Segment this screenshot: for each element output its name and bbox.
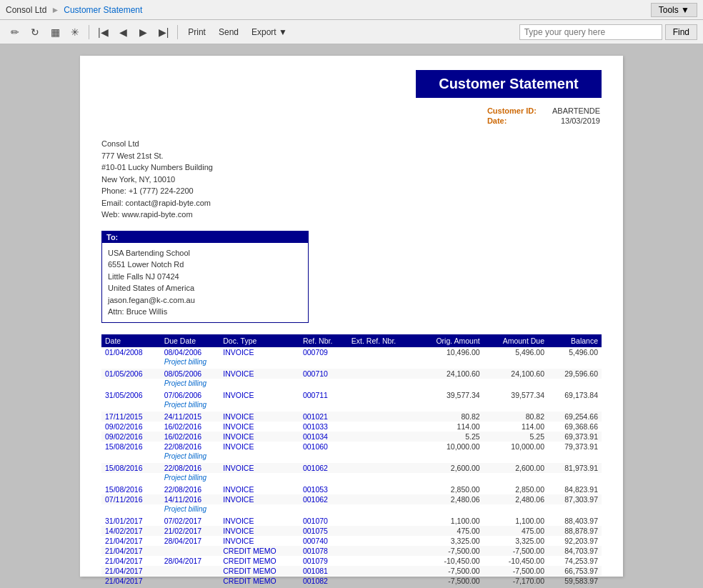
cell-amount-due: 2,480.06 (484, 494, 548, 504)
cell-due-date: 22/08/2016 (161, 442, 220, 452)
cell-date: 09/02/2016 (101, 422, 161, 432)
cell-doc-type: INVOICE (219, 442, 299, 452)
cell-ref: 001062 (299, 494, 348, 504)
cell-date: 21/04/2017 (101, 546, 161, 556)
cell-doc-type: CREDIT MEMO (219, 576, 299, 586)
cell-ext-ref (348, 432, 417, 442)
to-line-5: jason.fegan@k-c.com.au (108, 294, 302, 307)
cell-ext-ref (348, 422, 417, 432)
cell-orig-amount: 1,100.00 (417, 516, 484, 526)
cell-amount-due: 3,325.00 (484, 536, 548, 546)
last-page-button[interactable]: ▶| (154, 23, 174, 41)
table-body: 01/04/2008 08/04/2006 INVOICE 000709 10,… (101, 347, 602, 586)
cell-amount-due: 5.25 (484, 432, 548, 442)
cell-doc-type: INVOICE (219, 432, 299, 442)
table-row: 15/08/2016 22/08/2016 INVOICE 001060 10,… (101, 442, 602, 452)
cell-amount-due: 24,100.60 (484, 369, 548, 379)
cell-ref: 001033 (299, 422, 348, 432)
cell-sub-text: Project billing (161, 357, 602, 369)
cell-doc-type: INVOICE (219, 369, 299, 379)
customer-id-label: Customer ID: (487, 106, 551, 115)
cell-doc-type: INVOICE (219, 412, 299, 422)
cell-due-date: 24/11/2015 (161, 412, 220, 422)
print-button[interactable]: Print (182, 24, 211, 40)
breadcrumb-separator: ► (51, 5, 59, 15)
cell-orig-amount: 80.82 (417, 412, 484, 422)
cell-date: 21/04/2017 (101, 576, 161, 586)
cell-due-date: 07/02/2017 (161, 516, 220, 526)
cell-due-date: 28/04/2017 (161, 556, 220, 566)
cell-ref: 001081 (299, 566, 348, 576)
cell-ext-ref (348, 516, 417, 526)
col-due-date: Due Date (161, 334, 220, 347)
cell-doc-type: INVOICE (219, 536, 299, 546)
address-line-2: 777 West 21st St. (101, 150, 602, 162)
cell-ref: 000740 (299, 536, 348, 546)
cell-due-date: 07/06/2006 (161, 390, 220, 400)
cell-doc-type: CREDIT MEMO (219, 566, 299, 576)
table-row: 21/04/2017 CREDIT MEMO 001081 -7,500.00 … (101, 566, 602, 576)
cell-doc-type: CREDIT MEMO (219, 556, 299, 566)
cell-balance: 5,496.00 (548, 347, 602, 357)
cell-amount-due: 39,577.34 (484, 390, 548, 400)
send-button[interactable]: Send (213, 24, 244, 40)
cell-ext-ref (348, 576, 417, 586)
breadcrumb-link[interactable]: Customer Statement (64, 5, 142, 15)
cell-due-date (161, 576, 220, 586)
cell-ext-ref (348, 566, 417, 576)
cell-date: 31/01/2017 (101, 516, 161, 526)
cell-due-date: 16/02/2016 (161, 432, 220, 442)
cell-due-date (161, 546, 220, 556)
prev-page-button[interactable]: ◀ (114, 23, 133, 41)
cell-doc-type: INVOICE (219, 526, 299, 536)
cell-sub (101, 357, 161, 369)
cell-due-date: 21/02/2017 (161, 526, 220, 536)
cell-amount-due: 2,600.00 (484, 463, 548, 473)
refresh-button[interactable]: ↻ (26, 23, 44, 41)
next-page-button[interactable]: ▶ (134, 23, 153, 41)
cell-balance: 84,823.91 (548, 484, 602, 494)
table-row: 21/04/2017 28/04/2017 CREDIT MEMO 001079… (101, 556, 602, 566)
cell-date: 07/11/2016 (101, 494, 161, 504)
search-input[interactable] (519, 24, 662, 40)
cell-orig-amount: 2,850.00 (417, 484, 484, 494)
meta-table: Customer ID: ABARTENDE Date: 13/03/2019 (486, 105, 602, 126)
cell-orig-amount: 5.25 (417, 432, 484, 442)
topbar: Consol Ltd ► Customer Statement Tools ▼ (0, 0, 703, 20)
toolbar-separator-2 (177, 25, 178, 39)
cell-date: 14/02/2017 (101, 526, 161, 536)
export-button[interactable]: Export ▼ (246, 24, 293, 40)
settings-button[interactable]: ✳ (66, 23, 84, 41)
cell-ext-ref (348, 442, 417, 452)
table-header: Date Due Date Doc. Type Ref. Nbr. Ext. R… (101, 334, 602, 347)
first-page-button[interactable]: |◀ (94, 23, 113, 41)
cell-balance: 81,973.91 (548, 463, 602, 473)
edit-button[interactable]: ✏ (6, 23, 24, 41)
cell-sub-text: Project billing (161, 452, 602, 463)
cell-orig-amount: -7,500.00 (417, 576, 484, 586)
cell-doc-type: INVOICE (219, 516, 299, 526)
cell-due-date: 08/05/2006 (161, 369, 220, 379)
cell-balance: 88,878.97 (548, 526, 602, 536)
table-row-sub: Project billing (101, 400, 602, 412)
table-row: 14/02/2017 21/02/2017 INVOICE 001075 475… (101, 526, 602, 536)
cell-ref: 001082 (299, 576, 348, 586)
cell-ref: 001070 (299, 516, 348, 526)
find-button[interactable]: Find (665, 24, 697, 40)
cell-balance: 69,368.66 (548, 422, 602, 432)
cell-doc-type: INVOICE (219, 422, 299, 432)
toolbar: ✏ ↻ ▦ ✳ |◀ ◀ ▶ ▶| Print Send Export ▼ Fi… (0, 20, 703, 44)
image-button[interactable]: ▦ (46, 23, 64, 41)
address-line-6: Email: contact@rapid-byte.com (101, 197, 602, 209)
company-name[interactable]: Consol Ltd (6, 5, 46, 15)
cell-ext-ref (348, 536, 417, 546)
table-row: 31/05/2006 07/06/2006 INVOICE 000711 39,… (101, 390, 602, 400)
cell-ref: 001053 (299, 484, 348, 494)
cell-date: 21/04/2017 (101, 556, 161, 566)
cell-balance: 69,254.66 (548, 412, 602, 422)
table-row: 09/02/2016 16/02/2016 INVOICE 001034 5.2… (101, 432, 602, 442)
tools-button[interactable]: Tools ▼ (651, 3, 697, 17)
cell-balance: 92,203.97 (548, 536, 602, 546)
cell-amount-due: 2,850.00 (484, 484, 548, 494)
address-line-7: Web: www.rapid-byte.com (101, 209, 602, 221)
